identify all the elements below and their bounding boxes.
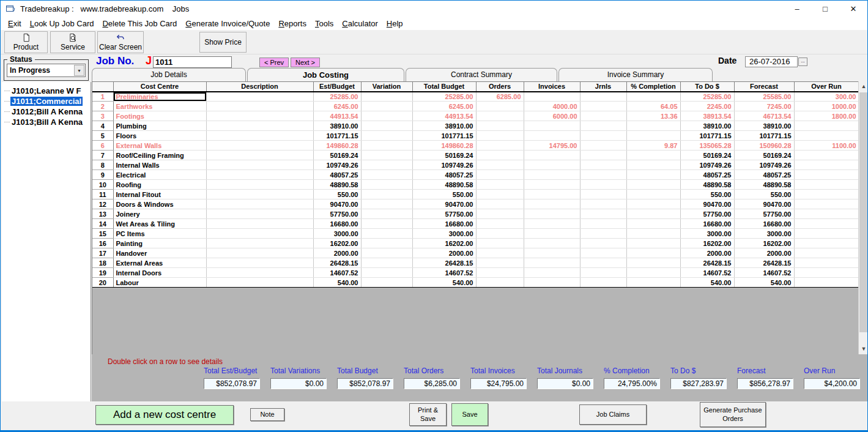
cell-description[interactable] [206, 170, 313, 180]
cell-forecast[interactable]: 57750.00 [734, 209, 794, 219]
cell-forecast[interactable]: 48890.58 [734, 180, 794, 190]
cell-completion[interactable] [626, 170, 680, 180]
cell-est-budget[interactable]: 14607.52 [313, 268, 361, 278]
cell-variation[interactable] [361, 141, 412, 151]
scrollbar-thumb[interactable] [859, 92, 868, 332]
cell-over-run[interactable] [794, 180, 858, 190]
cell-forecast[interactable]: 150960.28 [734, 141, 794, 151]
service-button[interactable]: Service [50, 31, 95, 53]
row-number[interactable]: 19 [92, 268, 113, 278]
cell-total-budget[interactable]: 550.00 [412, 190, 476, 199]
job-list-item-j1011[interactable]: J1011;Commercial [2, 96, 91, 106]
cell-over-run[interactable] [794, 190, 858, 199]
cell-completion[interactable] [626, 229, 680, 239]
cell-est-budget[interactable]: 25285.00 [313, 92, 361, 102]
cell-variation[interactable] [361, 151, 412, 160]
menu-item-generate-invoice-quote[interactable]: Generate Invoice/Quote [181, 19, 274, 28]
cell-over-run[interactable] [794, 278, 858, 288]
job-claims-button[interactable]: Job Claims [579, 404, 647, 425]
cell-est-budget[interactable]: 16202.00 [313, 239, 361, 248]
cell-forecast[interactable]: 550.00 [734, 190, 794, 199]
generate-purchase-orders-button[interactable]: Generate Purchase Orders [700, 402, 766, 427]
cell-description[interactable] [206, 102, 313, 111]
cell-invoices[interactable] [524, 180, 580, 190]
row-number[interactable]: 11 [92, 190, 113, 199]
row-number[interactable]: 10 [92, 180, 113, 190]
cell-est-budget[interactable]: 540.00 [313, 278, 361, 288]
cell-invoices[interactable] [524, 219, 580, 229]
cell-variation[interactable] [361, 248, 412, 258]
add-a-new-cost-centre-button[interactable]: Add a new cost centre [95, 405, 234, 425]
cell-completion[interactable] [626, 239, 680, 248]
cell-total-budget[interactable]: 48890.58 [412, 180, 476, 190]
cell-cost-centre[interactable]: Wet Areas & Tiling [113, 219, 206, 229]
cell-description[interactable] [206, 111, 313, 121]
cell-jrnls[interactable] [580, 141, 626, 151]
cell-description[interactable] [206, 248, 313, 258]
cell-orders[interactable] [476, 219, 524, 229]
cell-orders[interactable] [476, 151, 524, 160]
cell-est-budget[interactable]: 90470.00 [313, 199, 361, 209]
tab-job-costing[interactable]: Job Costing [247, 68, 404, 81]
job-list-item-j1012[interactable]: J1012;Bill A Kenna [2, 106, 91, 117]
cell-total-budget[interactable]: 44913.54 [412, 111, 476, 121]
column-header-forecast[interactable]: Forecast [734, 82, 794, 92]
cell-to-do[interactable]: 48057.25 [680, 170, 734, 180]
cell-description[interactable] [206, 190, 313, 199]
cell-orders[interactable] [476, 111, 524, 121]
grid-vertical-scrollbar[interactable]: ▲ ▼ [858, 81, 868, 354]
cell-orders[interactable] [476, 102, 524, 111]
job-list-item-j1010[interactable]: J1010;Leanne W F [2, 86, 91, 96]
cell-jrnls[interactable] [580, 229, 626, 239]
cell-completion[interactable] [626, 209, 680, 219]
cell-description[interactable] [206, 160, 313, 170]
row-number[interactable]: 2 [92, 102, 113, 111]
cell-variation[interactable] [361, 268, 412, 278]
cell-completion[interactable] [626, 180, 680, 190]
cell-orders[interactable] [476, 239, 524, 248]
minimize-button[interactable]: – [783, 1, 811, 17]
cell-variation[interactable] [361, 160, 412, 170]
cell-variation[interactable] [361, 190, 412, 199]
grid-row-20[interactable]: 20Labour540.00540.00540.00540.00 [92, 278, 858, 288]
cell-over-run[interactable] [794, 268, 858, 278]
cell-to-do[interactable]: 2000.00 [680, 248, 734, 258]
cell-forecast[interactable]: 38910.00 [734, 121, 794, 131]
cell-jrnls[interactable] [580, 111, 626, 121]
cell-orders[interactable] [476, 190, 524, 199]
cell-invoices[interactable] [524, 199, 580, 209]
cell-orders[interactable] [476, 180, 524, 190]
cell-total-budget[interactable]: 16680.00 [412, 219, 476, 229]
cell-to-do[interactable]: 16202.00 [680, 239, 734, 248]
cell-over-run[interactable]: 1000.00 [794, 102, 858, 111]
cell-description[interactable] [206, 209, 313, 219]
cell-description[interactable] [206, 180, 313, 190]
column-header-to-do[interactable]: To Do $ [680, 82, 734, 92]
cell-cost-centre[interactable]: Roof/Ceiling Framing [113, 151, 206, 160]
column-header-completion[interactable]: % Completion [626, 82, 680, 92]
column-header-rownum[interactable] [92, 82, 113, 92]
row-number[interactable]: 14 [92, 219, 113, 229]
job-list-item-j1013[interactable]: J1013;Bill A Kenna [2, 117, 91, 127]
cell-jrnls[interactable] [580, 239, 626, 248]
cell-cost-centre[interactable]: External Walls [113, 141, 206, 151]
grid-row-11[interactable]: 11Internal Fitout550.00550.00550.00550.0… [92, 190, 858, 199]
save-button[interactable]: Save [451, 403, 488, 426]
cell-orders[interactable] [476, 209, 524, 219]
cell-invoices[interactable] [524, 229, 580, 239]
cell-description[interactable] [206, 239, 313, 248]
cell-over-run[interactable]: 300.00 [794, 92, 858, 102]
cell-est-budget[interactable]: 101771.15 [313, 131, 361, 141]
menu-item-reports[interactable]: Reports [274, 19, 311, 28]
menu-item-delete-this-job-card[interactable]: Delete This Job Card [98, 19, 181, 28]
cell-invoices[interactable] [524, 258, 580, 268]
cell-forecast[interactable]: 16202.00 [734, 239, 794, 248]
cell-est-budget[interactable]: 16680.00 [313, 219, 361, 229]
cell-description[interactable] [206, 199, 313, 209]
cell-jrnls[interactable] [580, 92, 626, 102]
cell-jrnls[interactable] [580, 219, 626, 229]
cell-cost-centre[interactable]: Preliminaries [113, 92, 206, 102]
cell-est-budget[interactable]: 57750.00 [313, 209, 361, 219]
cell-over-run[interactable] [794, 229, 858, 239]
cell-description[interactable] [206, 258, 313, 268]
